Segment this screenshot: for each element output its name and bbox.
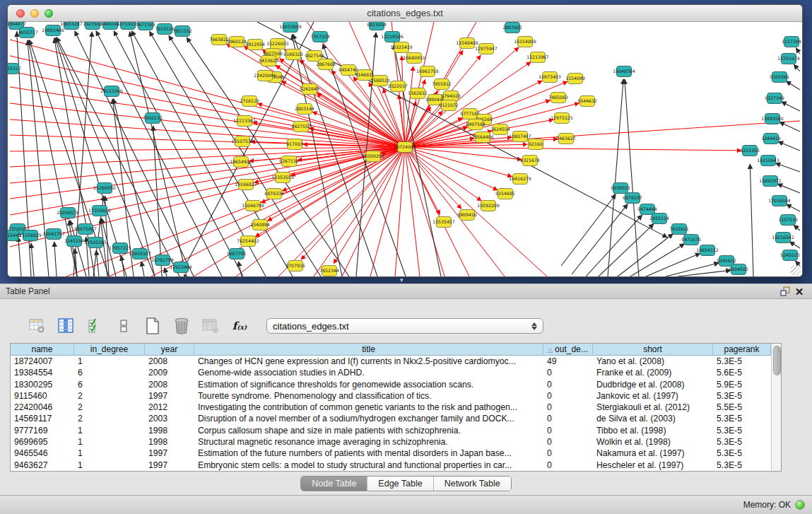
table-cell[interactable]: Disruption of a novel member of a sodium… <box>194 413 543 424</box>
table-cell[interactable]: 0 <box>543 402 593 413</box>
table-cell[interactable]: 14569117 <box>11 413 74 424</box>
table-cell[interactable]: 1 <box>74 356 145 367</box>
network-node[interactable]: 9671388 <box>136 22 155 30</box>
network-node[interactable]: 1540994 <box>250 220 270 230</box>
table-cell[interactable]: 9465546 <box>11 448 74 459</box>
table-cell[interactable]: 1 <box>74 436 145 448</box>
network-node[interactable]: 1244419 <box>761 134 781 144</box>
network-node[interactable]: 17957225 <box>109 243 131 254</box>
network-node[interactable]: 10216542 <box>772 233 794 243</box>
column-header-year[interactable]: year <box>145 344 194 356</box>
table-cell[interactable]: Wolkin et al. (1998) <box>593 436 713 448</box>
table-cell[interactable]: 2 <box>74 413 145 424</box>
tab-edge-table[interactable]: Edge Table <box>367 477 433 491</box>
network-node[interactable]: 2935114 <box>649 214 669 224</box>
table-cell[interactable]: Estimation of significance thresholds fo… <box>194 379 543 390</box>
table-cell[interactable]: 18300295 <box>11 379 74 390</box>
table-cell[interactable]: 2012 <box>145 402 194 413</box>
table-cell[interactable]: Embryonic stem cells: a model to study s… <box>194 460 543 471</box>
table-cell[interactable]: 0 <box>543 460 593 471</box>
network-node[interactable]: 1321678 <box>520 156 540 166</box>
table-row[interactable]: 969969511998Structural magnetic resonanc… <box>11 436 771 448</box>
table-cell[interactable]: 2008 <box>145 379 194 390</box>
network-node[interactable]: 7615526 <box>155 24 175 35</box>
network-node[interactable]: 12975947 <box>475 44 498 54</box>
network-node[interactable]: 12213967 <box>526 52 549 63</box>
network-node[interactable]: 29153346 <box>100 86 123 97</box>
table-cell[interactable]: 5.3E-5 <box>713 425 771 436</box>
citation-network-graph[interactable]: 1904877140557172089140610653287152760264… <box>8 22 802 276</box>
new-file-icon[interactable] <box>144 317 161 334</box>
network-node[interactable]: 7357224 <box>310 32 330 42</box>
table-cell[interactable]: 9115460 <box>11 390 74 402</box>
network-node[interactable]: 8471676 <box>681 235 701 245</box>
network-node[interactable]: 62160 <box>529 139 543 150</box>
network-node[interactable]: 2867608 <box>316 59 336 70</box>
network-node[interactable]: 8267130 <box>279 156 299 167</box>
network-node[interactable]: 2887682 <box>502 23 522 33</box>
table-cell[interactable]: Tourette syndrome. Phenomenology and cla… <box>194 390 543 402</box>
table-cell[interactable]: 0 <box>543 413 593 424</box>
network-node[interactable]: 8427552 <box>291 122 311 132</box>
table-cell[interactable]: Yano et al. (2008) <box>593 356 713 367</box>
network-node[interactable]: 16961758 <box>416 66 439 77</box>
column-header-pagerank[interactable]: pagerank <box>713 344 771 356</box>
network-node[interactable]: 8813054 <box>367 22 387 30</box>
select-rows-icon[interactable] <box>86 317 103 334</box>
network-node[interactable]: 1107538 <box>778 215 798 226</box>
network-node[interactable]: 16053809 <box>279 22 302 33</box>
network-node[interactable]: 15751074 <box>777 54 800 64</box>
network-node[interactable]: 7955812 <box>432 79 452 90</box>
table-cell[interactable]: 9463627 <box>11 460 74 471</box>
network-node[interactable]: 1145194 <box>64 236 84 247</box>
table-cell[interactable]: 2 <box>74 390 145 402</box>
network-node[interactable]: 13535457 <box>433 217 455 228</box>
network-node[interactable]: 8938923 <box>611 183 630 194</box>
table-cell[interactable]: Investigating the contribution of common… <box>194 402 543 413</box>
table-cell[interactable]: 2 <box>74 402 145 413</box>
table-cell[interactable]: 5.3E-5 <box>713 390 771 402</box>
network-node[interactable]: 917003 <box>286 139 303 150</box>
table-cell[interactable]: 0 <box>543 448 593 459</box>
table-cell[interactable]: 1998 <box>145 425 194 436</box>
table-cell[interactable]: 0 <box>543 379 593 390</box>
network-node[interactable]: 1562615 <box>408 88 428 99</box>
table-cell[interactable]: 49 <box>543 356 593 367</box>
network-view-window[interactable]: citations_edges.txt 19048771405571720891… <box>7 4 803 277</box>
network-node[interactable]: 9433620 <box>259 56 278 66</box>
table-cell[interactable]: 1998 <box>145 436 194 448</box>
network-node[interactable]: 9924502 <box>729 264 748 275</box>
table-row[interactable]: 1456911722003Disruption of a novel membe… <box>11 413 771 424</box>
network-node[interactable]: 7663822 <box>209 35 229 45</box>
table-row[interactable]: 2242004622012Investigating the contribut… <box>11 402 771 413</box>
close-window-button[interactable] <box>16 9 25 18</box>
network-node[interactable]: 15226055 <box>266 39 289 49</box>
network-node[interactable]: 18107534 <box>231 136 254 147</box>
table-selector-dropdown[interactable]: citations_edges.txt <box>266 318 543 334</box>
network-node[interactable]: 6497568 <box>466 119 486 130</box>
network-node[interactable]: 19654932 <box>230 157 252 168</box>
table-cell[interactable]: 5.6E-5 <box>713 367 771 378</box>
table-cell[interactable]: de Silva et al. (2003) <box>593 413 713 424</box>
column-header-in_degree[interactable]: in_degree <box>74 344 145 356</box>
network-node[interactable]: 16640910 <box>403 53 425 64</box>
table-row[interactable]: 1830029562008Estimation of significance … <box>11 379 771 390</box>
table-cell[interactable]: Corpus callosum shape and size in male p… <box>194 425 543 436</box>
scrollbar-thumb[interactable] <box>773 346 781 375</box>
network-node[interactable]: 9857791 <box>227 249 247 259</box>
table-cell[interactable]: Stergiakouli et al. (2012) <box>593 402 713 413</box>
column-header-out_de[interactable]: △out_de... <box>543 344 593 356</box>
table-cell[interactable]: 22420046 <box>11 402 74 413</box>
float-window-icon[interactable] <box>778 285 792 298</box>
network-node[interactable]: 6879197 <box>623 193 642 204</box>
network-node[interactable]: 7652344 <box>319 266 339 276</box>
table-cell[interactable]: 0 <box>543 390 593 402</box>
close-icon[interactable]: ✕ <box>792 285 806 298</box>
network-node[interactable]: 7950133 <box>143 113 163 124</box>
network-node[interactable]: 1154099 <box>565 74 585 84</box>
network-node[interactable]: 1588520 <box>370 76 390 86</box>
network-node[interactable]: 12218506 <box>381 32 404 42</box>
network-node[interactable]: 9960124 <box>227 37 247 47</box>
table-cell[interactable]: 2008 <box>145 356 194 367</box>
network-canvas[interactable]: 1904877140557172089140610653287152760264… <box>8 22 802 276</box>
